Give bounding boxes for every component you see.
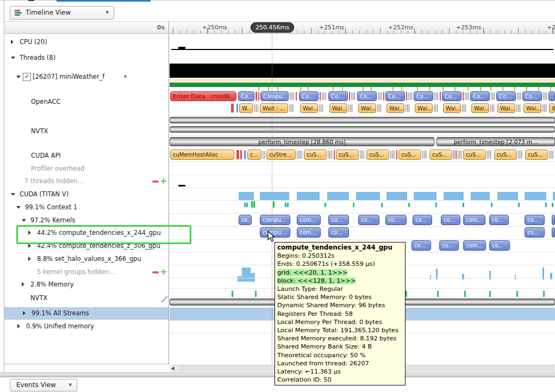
nvtx-range-bar[interactable]: [170, 126, 555, 133]
timeline-view-dropdown[interactable]: Timeline View ▾: [10, 6, 114, 20]
sidebar-item-cuda-titan-v[interactable]: CUDA (TITAN V): [4, 188, 169, 201]
sidebar-item-threads[interactable]: Threads (8): [4, 52, 169, 64]
nvtx-range-bar[interactable]: perform_timestep [28.860 ms]: [170, 137, 434, 146]
kernel-event-box[interactable]: com...: [463, 240, 486, 251]
sidebar-item-cuda-api[interactable]: CUDA API: [4, 150, 169, 162]
thread-checkbox[interactable]: ✓: [23, 73, 31, 81]
sidebar-item-context-1[interactable]: 99.1% Context 1: [4, 201, 169, 214]
api-call-box[interactable]: Wai...: [415, 103, 433, 113]
kernel-event-box[interactable]: Compu...: [260, 91, 289, 101]
kernel-event-box[interactable]: co...: [358, 215, 379, 225]
sidebar-item-thread-26207[interactable]: ✓[26207] miniWeather_f▾: [4, 71, 169, 83]
kernel-event-box[interactable]: Co...: [385, 91, 405, 101]
sidebar-item-nvtx-thread[interactable]: NVTX: [4, 125, 169, 138]
events-view-dropdown[interactable]: Events View ▾: [10, 379, 77, 391]
sidebar-item-unified-memory[interactable]: 0.9% Unified memory: [4, 320, 169, 333]
kernel-event-box[interactable]: com...: [297, 227, 321, 238]
api-call-box[interactable]: cuStre...: [266, 150, 296, 160]
tree-collapsed-icon[interactable]: [28, 244, 31, 248]
kernel-event-box[interactable]: co...: [525, 227, 545, 238]
kernel-event-box[interactable]: co...: [489, 215, 509, 225]
expand-rows-icon[interactable]: [161, 295, 168, 302]
sidebar-item-threads-hidden[interactable]: 7 threads hidden...+: [4, 175, 169, 188]
kernel-event-box[interactable]: Co...: [299, 91, 319, 101]
api-call-box[interactable]: Wai...: [358, 103, 376, 113]
sidebar-item-all-streams[interactable]: 99.1% All Streams: [4, 307, 169, 320]
kernel-event-box[interactable]: co...: [328, 215, 349, 225]
add-row-icon[interactable]: +: [160, 266, 167, 277]
tree-expanded-icon[interactable]: [11, 57, 15, 59]
kernel-event-box[interactable]: se...: [239, 215, 252, 225]
sidebar-item-openacc[interactable]: OpenACC: [4, 96, 169, 108]
kernel-event-box[interactable]: [552, 227, 555, 238]
kernel-event-box[interactable]: compu...: [260, 215, 290, 225]
api-call-box[interactable]: Wai...: [300, 103, 318, 113]
nvtx-range-bar[interactable]: perform_timestep [2.073 m...: [436, 137, 555, 146]
tree-collapsed-icon[interactable]: [22, 282, 24, 287]
api-call-box[interactable]: c...: [247, 150, 261, 160]
kernel-event-box[interactable]: co...: [411, 240, 431, 251]
add-row-icon[interactable]: +: [160, 176, 167, 186]
api-call-box[interactable]: cuS...: [398, 150, 421, 160]
kernel-event-box[interactable]: Co...: [238, 91, 254, 101]
kernel-event-box[interactable]: co...: [441, 215, 460, 225]
remove-row-icon[interactable]: [152, 181, 159, 183]
api-call-box[interactable]: cuS...: [463, 150, 486, 160]
kernel-event-box[interactable]: Co...: [414, 91, 433, 101]
sidebar-item-kernel-halo[interactable]: 8.8% set_halo_values_x_366_gpu: [4, 253, 169, 265]
api-call-box[interactable]: cuS...: [336, 150, 359, 160]
api-call-box[interactable]: Wai...: [523, 103, 541, 113]
api-call-box[interactable]: cuS...: [525, 150, 548, 160]
tree-collapsed-icon[interactable]: [23, 311, 26, 315]
kernel-event-box[interactable]: co...: [525, 215, 545, 225]
panel-separator[interactable]: [169, 22, 169, 364]
tree-expanded-icon[interactable]: [16, 76, 21, 78]
api-call-box[interactable]: W: [549, 103, 555, 113]
api-call-box[interactable]: Wai...: [329, 103, 347, 113]
tree-collapsed-icon[interactable]: [17, 324, 20, 328]
api-call-box[interactable]: cuS...: [366, 150, 389, 160]
nvtx-range-bar[interactable]: [170, 117, 555, 123]
api-call-box[interactable]: W...: [239, 103, 253, 113]
sidebar-item-cpu[interactable]: CPU (20): [4, 36, 169, 48]
kernel-event-box[interactable]: com...: [463, 215, 485, 225]
api-call-box[interactable]: Wait : ...: [260, 103, 288, 113]
tree-collapsed-icon[interactable]: [11, 40, 14, 44]
tree-expanded-icon[interactable]: [11, 193, 15, 196]
tree-expanded-icon[interactable]: [16, 206, 21, 209]
kernel-event-box[interactable]: [548, 91, 555, 101]
sidebar-item-memory[interactable]: 2.8% Memory: [4, 278, 169, 291]
api-call-box[interactable]: Wai...: [497, 103, 515, 113]
kernel-event-box[interactable]: Co...: [522, 91, 542, 101]
kernel-event-box[interactable]: com...: [297, 215, 321, 225]
sidebar-item-profiler-overhead[interactable]: Profiler overhead: [4, 163, 169, 175]
sidebar-item-kernel-groups-hidden[interactable]: 5 kernel groups hidden...+: [4, 266, 169, 278]
scroll-left-icon[interactable]: ◀: [171, 365, 174, 371]
kernel-event-box[interactable]: Co...: [442, 91, 462, 101]
remove-row-icon[interactable]: [152, 271, 159, 273]
kernel-event-box[interactable]: [552, 215, 555, 225]
api-call-box[interactable]: Wai...: [386, 103, 404, 113]
api-call-box[interactable]: cuS...: [429, 150, 452, 160]
api-call-box[interactable]: Wai...: [443, 103, 461, 113]
kernel-event-box[interactable]: Co...: [328, 91, 348, 101]
time-cursor-badge[interactable]: 250.456ms: [251, 22, 294, 33]
kernel-event-box[interactable]: co...: [328, 227, 349, 238]
sidebar-item-nvtx-gpu[interactable]: NVTX: [4, 292, 169, 304]
kernel-event-box[interactable]: Co...: [470, 91, 490, 101]
api-call-box[interactable]: cuS...: [304, 150, 327, 160]
kernel-event-box[interactable]: Co...: [496, 91, 516, 101]
kernel-event-box[interactable]: co...: [385, 215, 407, 225]
chevron-down-icon[interactable]: ▾: [124, 73, 127, 79]
kernel-event-box[interactable]: co...: [439, 240, 459, 251]
kernel-event-box[interactable]: Co...: [357, 91, 377, 101]
openacc-event-box[interactable]: Enter Data : miniW...: [170, 91, 236, 101]
api-call-box[interactable]: Wai...: [471, 103, 489, 113]
tree-collapsed-icon[interactable]: [28, 257, 31, 261]
api-call-box[interactable]: cuMemHostAlloc: [170, 150, 234, 160]
api-call-box[interactable]: cuS...: [494, 150, 517, 160]
time-cursor-line[interactable]: [272, 34, 272, 364]
kernel-event-box[interactable]: co...: [489, 240, 510, 251]
tree-expanded-icon[interactable]: [22, 219, 26, 222]
kernel-event-box[interactable]: co...: [413, 215, 432, 225]
